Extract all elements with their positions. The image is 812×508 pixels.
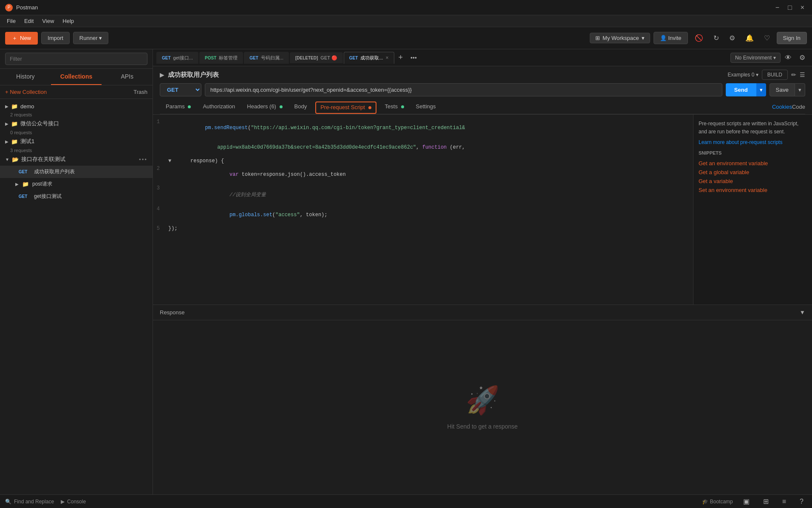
title-bar: P Postman − □ × [0, 0, 812, 15]
layout-2-icon[interactable]: ⊞ [760, 496, 772, 507]
collapse-icon[interactable]: ▶ [160, 71, 164, 78]
signin-button[interactable]: Sign In [777, 32, 807, 44]
new-button[interactable]: ＋ New [5, 32, 38, 45]
menu-file[interactable]: File [3, 17, 19, 25]
layout-1-icon[interactable]: ▣ [740, 496, 753, 507]
maximize-button[interactable]: □ [785, 3, 795, 12]
req-tab-body[interactable]: Body [289, 100, 313, 114]
examples-button[interactable]: Examples 0 ▾ [728, 72, 758, 78]
interceptor-icon[interactable]: 🚫 [691, 32, 707, 44]
menu-help[interactable]: Help [59, 17, 77, 25]
collection-header-wx[interactable]: ▶ 📁 微信公众号接口 [0, 117, 153, 130]
tab-deleted[interactable]: [DELETED] GET 🔴 [290, 52, 343, 63]
snippet-get-global[interactable]: Get a global variable [699, 168, 807, 177]
code-content: }); [168, 226, 178, 231]
code-line: 4 pm.globals.set("access", token); [153, 205, 693, 225]
req-tab-tests[interactable]: Tests [379, 100, 410, 114]
code-func: pm.globals.set [229, 212, 272, 218]
menu-view[interactable]: View [39, 17, 57, 25]
invite-button[interactable]: 👤 Invite [654, 32, 688, 44]
sidebar: History Collections APIs + New Collectio… [0, 49, 153, 494]
method-selector[interactable]: GET POST PUT DELETE [160, 83, 201, 96]
req-tab-authorization[interactable]: Authorization [197, 100, 241, 114]
env-selector[interactable]: No Environment ▾ [730, 53, 781, 63]
collection-test1: ▶ 📁 测试1 3 requests [0, 135, 153, 153]
find-replace-item[interactable]: 🔍 Find and Replace [5, 499, 54, 505]
tab-get-haoma[interactable]: GET 号码归属... [244, 52, 289, 64]
tab-more-button[interactable]: ••• [407, 53, 420, 63]
tab-close-button[interactable]: × [386, 55, 389, 61]
sidebar-content: ▶ 📁 demo 2 requests ▶ 📁 微信公众号接口 0 reques… [0, 99, 153, 494]
favorites-icon[interactable]: ♡ [761, 32, 773, 44]
send-dropdown-button[interactable]: ▾ [756, 83, 766, 96]
request-name: post请求 [32, 181, 52, 188]
tab-add-button[interactable]: + [395, 51, 407, 64]
tab-collections[interactable]: Collections [51, 69, 102, 85]
cookies-button[interactable]: Cookies [772, 100, 792, 114]
layout-3-icon[interactable]: ≡ [779, 496, 789, 507]
response-collapse-button[interactable]: ▼ [800, 309, 805, 316]
env-settings-icon[interactable]: ⚙ [796, 52, 809, 63]
search-input[interactable] [5, 53, 147, 65]
code-editor[interactable]: 1 pm.sendRequest("https://api.weixin.qq.… [153, 115, 693, 305]
sync-icon[interactable]: ↻ [710, 32, 722, 44]
request-item-get-test[interactable]: GET get接口测试 [0, 190, 153, 203]
request-item-post-folder[interactable]: ▶ 📁 post请求 [0, 178, 153, 190]
tab-get-jiekou[interactable]: GET get接口... [156, 52, 198, 64]
snippet-get-env[interactable]: Get an environment variable [699, 159, 807, 168]
collection-more-button[interactable]: ••• [139, 156, 147, 163]
code-line: ▼ response) { [153, 157, 693, 165]
graduation-icon: 🎓 [702, 499, 708, 505]
tab-post-biaoqian[interactable]: POST 标签管理 [199, 52, 243, 64]
import-button[interactable]: Import [41, 32, 70, 44]
tab-get-chenggong[interactable]: GET 成功获取... × [344, 52, 394, 64]
tab-apis[interactable]: APIs [102, 69, 153, 85]
collection-header-demo[interactable]: ▶ 📁 demo [0, 101, 153, 112]
req-tab-settings[interactable]: Settings [410, 100, 442, 114]
learn-more-link[interactable]: Learn more about pre-request scripts [699, 139, 782, 145]
build-button[interactable]: BUILD [762, 70, 788, 80]
code-button[interactable]: Code [792, 100, 805, 114]
close-button[interactable]: × [798, 3, 807, 12]
send-button[interactable]: Send [726, 83, 756, 96]
code-line: 5 }); [153, 225, 693, 232]
layout-button[interactable]: ☰ [800, 71, 805, 78]
code-func: pm.sendRequest [205, 125, 248, 131]
collection-wx: ▶ 📁 微信公众号接口 0 requests [0, 117, 153, 135]
url-input[interactable] [205, 83, 722, 96]
tab-method: GET [249, 56, 258, 60]
new-collection-button[interactable]: + New Collection [5, 89, 47, 95]
minimize-button[interactable]: − [773, 3, 782, 12]
settings-icon[interactable]: ⚙ [726, 32, 738, 44]
snippet-get-var[interactable]: Get a variable [699, 177, 807, 186]
collapse-button[interactable]: ▼ [168, 158, 171, 164]
request-item-get-users[interactable]: GET 成功获取用户列表 [0, 166, 153, 178]
notifications-icon[interactable]: 🔔 [742, 32, 757, 44]
collection-header-test1[interactable]: ▶ 📁 测试1 [0, 135, 153, 148]
snippet-set-env[interactable]: Set an environment variable [699, 186, 807, 195]
collection-header-api[interactable]: ▼ 📂 接口存在关联测试 ••• [0, 153, 153, 166]
console-item[interactable]: ▶ Console [61, 499, 86, 505]
req-tab-headers[interactable]: Headers (6) [241, 100, 288, 114]
tab-history[interactable]: History [0, 69, 51, 85]
save-button[interactable]: Save [770, 83, 795, 96]
req-tab-prerequest[interactable]: Pre-request Script [315, 102, 376, 114]
save-dropdown-button[interactable]: ▾ [795, 83, 805, 96]
menu-edit[interactable]: Edit [21, 17, 37, 25]
edit-button[interactable]: ✏ [791, 71, 796, 78]
collection-sub: 3 requests [10, 148, 153, 153]
workspace-selector[interactable]: ⊞ My Workspace ▾ [590, 33, 650, 43]
search-icon: 🔍 [5, 499, 11, 505]
tab-name: 号码归属... [261, 55, 283, 61]
bootcamp-button[interactable]: 🎓 Bootcamp [702, 499, 733, 505]
req-tab-params[interactable]: Params [160, 100, 197, 114]
runner-button[interactable]: Runner ▾ [73, 32, 108, 44]
trash-button[interactable]: Trash [133, 89, 147, 95]
caret-icon: ▶ [5, 139, 8, 144]
line-number: 4 [153, 206, 163, 224]
code-keyword: var [229, 172, 239, 178]
help-icon[interactable]: ? [796, 496, 807, 507]
menu-bar: File Edit View Help [0, 15, 812, 27]
code-line: 3 //设到全局变量 [153, 184, 693, 205]
env-eye-icon[interactable]: 👁 [781, 52, 795, 63]
